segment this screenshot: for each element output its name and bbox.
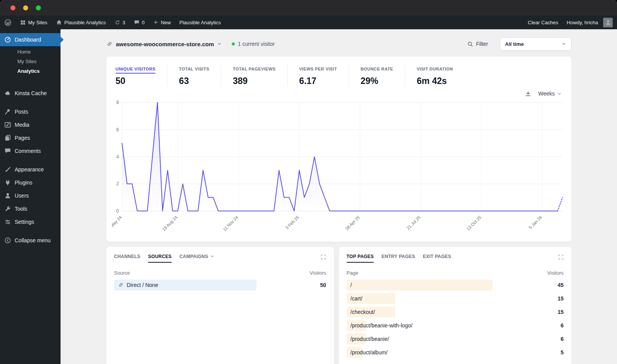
date-range-select[interactable]: All time bbox=[500, 37, 571, 51]
pages-tab-top-pages[interactable]: TOP PAGES bbox=[347, 254, 374, 263]
sources-panel: CHANNELSSOURCESCAMPAIGNS Source Visitors… bbox=[106, 247, 334, 364]
row-label[interactable]: /product/beanie/ bbox=[347, 336, 389, 342]
row-label[interactable]: Direct / None bbox=[114, 282, 158, 288]
pages-panel: TOP PAGESENTRY PAGESEXIT PAGES Page Visi… bbox=[339, 247, 571, 364]
stat-visit-duration[interactable]: VISIT DURATION6m 42s bbox=[405, 65, 465, 86]
sources-tabs: CHANNELSSOURCESCAMPAIGNS bbox=[114, 254, 326, 263]
sidebar-item-label: Collapse menu bbox=[15, 237, 51, 243]
row-value: 5 bbox=[541, 349, 564, 356]
table-row[interactable]: /product/beanie-with-logo/6 bbox=[347, 320, 564, 331]
posts-icon bbox=[4, 108, 11, 115]
sidebar-item-collapse-menu[interactable]: Collapse menu bbox=[0, 234, 61, 247]
wp-logo-menu[interactable] bbox=[0, 15, 16, 29]
svg-text:31 May 24: 31 May 24 bbox=[112, 215, 123, 232]
sidebar-item-pages[interactable]: Pages bbox=[0, 131, 61, 144]
close-window-button[interactable] bbox=[10, 5, 15, 10]
row-label[interactable]: /cart/ bbox=[347, 295, 362, 302]
table-row[interactable]: /product/beanie/6 bbox=[347, 334, 564, 344]
dashboard-header: awesome-woocommerce-store.com 1 current … bbox=[106, 36, 571, 52]
tools-icon bbox=[4, 205, 11, 212]
sidebar-item-kinsta-cache[interactable]: Kinsta Cache bbox=[0, 87, 61, 100]
pages-tab-entry-pages[interactable]: ENTRY PAGES bbox=[381, 254, 415, 263]
svg-text:28 Apr 25: 28 Apr 25 bbox=[344, 215, 360, 231]
live-visitor-dot bbox=[232, 42, 235, 45]
sidebar-item-label: Appearance bbox=[15, 166, 44, 173]
table-row[interactable]: /checkout/15 bbox=[347, 307, 564, 317]
site-name-label: Plausible Analytics bbox=[64, 20, 106, 25]
pages-icon bbox=[4, 134, 11, 141]
download-icon[interactable] bbox=[525, 91, 531, 97]
visitors-chart[interactable]: 0246831 May 2419 Aug 2411 Nov 243 Feb 25… bbox=[106, 99, 571, 238]
filter-button[interactable]: Filter bbox=[467, 41, 488, 47]
sidebar-item-dashboard[interactable]: Dashboard bbox=[0, 33, 61, 46]
sidebar-item-comments[interactable]: Comments bbox=[0, 144, 61, 158]
clear-caches-button[interactable]: Clear Caches bbox=[524, 15, 563, 29]
updates-menu[interactable]: 3 bbox=[110, 15, 130, 29]
minimize-window-button[interactable] bbox=[23, 5, 28, 10]
my-sites-menu[interactable]: My Sites bbox=[16, 15, 52, 29]
sidebar-item-media[interactable]: Media bbox=[0, 118, 61, 131]
row-label[interactable]: /product/beanie-with-logo/ bbox=[347, 322, 413, 329]
pages-table-header: Page Visitors bbox=[347, 270, 564, 276]
sidebar-item-settings[interactable]: Settings bbox=[0, 215, 61, 228]
comments-count: 0 bbox=[142, 20, 145, 25]
sources-expand-button[interactable] bbox=[320, 254, 326, 262]
site-name-menu[interactable]: Plausible Analytics bbox=[52, 15, 110, 29]
site-domain[interactable]: awesome-woocommerce-store.com bbox=[116, 41, 214, 47]
sidebar-subitem-analytics[interactable]: Analytics bbox=[17, 66, 61, 76]
dashboard-icon bbox=[4, 36, 11, 43]
sources-tab-campaigns[interactable]: CAMPAIGNS bbox=[179, 254, 214, 263]
sidebar-item-posts[interactable]: Posts bbox=[0, 105, 61, 118]
stat-total-pageviews[interactable]: TOTAL PAGEVIEWS389 bbox=[221, 65, 287, 86]
chart-controls: Weeks bbox=[106, 89, 571, 99]
comment-icon bbox=[134, 20, 140, 25]
sidebar-item-label: Pages bbox=[15, 135, 30, 141]
comments-icon bbox=[4, 148, 11, 154]
comments-menu[interactable]: 0 bbox=[130, 15, 149, 29]
howdy-label: Howdy, hricha bbox=[567, 20, 598, 25]
new-content-menu[interactable]: New bbox=[149, 15, 175, 29]
sidebar-item-plugins[interactable]: Plugins bbox=[0, 176, 61, 189]
row-bar bbox=[347, 280, 493, 290]
sources-tab-sources[interactable]: SOURCES bbox=[148, 254, 172, 263]
table-row[interactable]: /45 bbox=[347, 280, 564, 290]
pages-col-page: Page bbox=[347, 270, 358, 276]
account-menu[interactable]: Howdy, hricha bbox=[563, 15, 617, 29]
sidebar-subitem-my-sites[interactable]: My Sites bbox=[17, 57, 61, 66]
admin-bar-right: Clear Caches Howdy, hricha bbox=[524, 15, 617, 29]
admin-bar-left: My Sites Plausible Analytics 3 0 New Pla… bbox=[0, 15, 225, 29]
pages-tab-exit-pages[interactable]: EXIT PAGES bbox=[423, 254, 451, 263]
stat-total-visits[interactable]: TOTAL VISITS63 bbox=[167, 65, 221, 86]
row-label[interactable]: / bbox=[347, 282, 352, 288]
table-row[interactable]: Direct / None50 bbox=[114, 280, 326, 290]
row-label[interactable]: /checkout/ bbox=[347, 309, 375, 315]
sidebar-item-appearance[interactable]: Appearance bbox=[0, 163, 61, 176]
zoom-window-button[interactable] bbox=[36, 5, 41, 10]
appearance-icon bbox=[4, 166, 11, 173]
plausible-dashboard: awesome-woocommerce-store.com 1 current … bbox=[106, 29, 571, 364]
table-row[interactable]: /cart/15 bbox=[347, 293, 564, 304]
sidebar-subitem-home[interactable]: Home bbox=[17, 47, 61, 57]
sidebar-item-users[interactable]: Users bbox=[0, 189, 61, 202]
pages-col-visitors: Visitors bbox=[547, 270, 563, 276]
admin-frame: DashboardHomeMy SitesAnalyticsKinsta Cac… bbox=[0, 29, 617, 364]
plausible-analytics-menu[interactable]: Plausible Analytics bbox=[175, 15, 225, 29]
site-chevron-down-icon[interactable] bbox=[217, 42, 222, 46]
pages-expand-button[interactable] bbox=[558, 254, 564, 262]
stat-views-per-visit[interactable]: VIEWS PER VISIT6.17 bbox=[287, 65, 349, 86]
interval-select[interactable]: Weeks bbox=[538, 91, 561, 97]
stat-unique-visitors[interactable]: UNIQUE VISITORS50 bbox=[116, 65, 167, 86]
sources-tab-channels[interactable]: CHANNELS bbox=[114, 254, 141, 263]
stat-bounce-rate[interactable]: BOUNCE RATE29% bbox=[349, 65, 405, 86]
plus-icon bbox=[153, 20, 158, 25]
wp-sidebar-menu: DashboardHomeMy SitesAnalyticsKinsta Cac… bbox=[0, 29, 61, 364]
svg-text:21 Jul 25: 21 Jul 25 bbox=[406, 215, 421, 231]
row-label[interactable]: /product/album/ bbox=[347, 349, 388, 356]
stat-label: BOUNCE RATE bbox=[361, 67, 393, 74]
sidebar-item-label: Users bbox=[15, 193, 29, 199]
new-label: New bbox=[161, 20, 171, 25]
table-row[interactable]: /product/album/5 bbox=[347, 347, 564, 358]
stat-value: 29% bbox=[361, 76, 393, 86]
row-value: 15 bbox=[541, 295, 564, 302]
sidebar-item-tools[interactable]: Tools bbox=[0, 202, 61, 215]
